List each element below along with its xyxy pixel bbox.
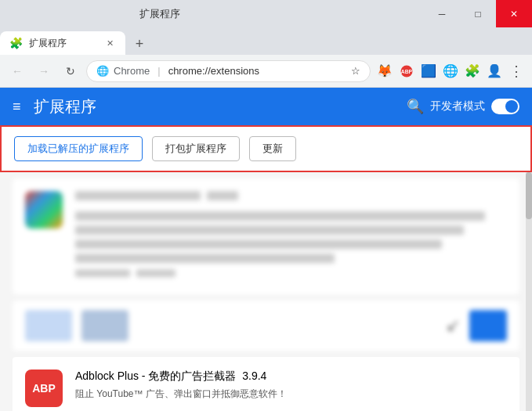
- title-bar-label: 扩展程序: [139, 7, 180, 21]
- update-button[interactable]: 更新: [249, 136, 296, 161]
- ext-icon-1[interactable]: 🦊: [375, 62, 394, 81]
- blue-block: [469, 310, 507, 341]
- url-bar[interactable]: 🌐 Chrome | chrome://extensions ☆: [86, 60, 371, 82]
- ext-desc-blur-4: [75, 254, 335, 263]
- active-tab[interactable]: 🧩 扩展程序 ✕: [0, 31, 125, 55]
- ext-badge-blur: [207, 191, 238, 200]
- close-button[interactable]: ✕: [496, 0, 532, 27]
- forward-button[interactable]: →: [33, 60, 55, 82]
- hamburger-menu-icon[interactable]: ≡: [13, 99, 21, 115]
- tab-icon: 🧩: [9, 37, 23, 49]
- secure-indicator: 🌐: [96, 65, 109, 77]
- ext-action-blur-1: [75, 269, 130, 277]
- load-unpacked-button[interactable]: 加载已解压的扩展程序: [14, 136, 143, 161]
- extension-card-1: [13, 178, 519, 294]
- ext-desc-blur-1: [75, 211, 485, 221]
- maximize-button[interactable]: □: [460, 0, 496, 27]
- scrollbar[interactable]: [526, 172, 532, 411]
- tab-title: 扩展程序: [29, 37, 97, 50]
- url-text: chrome://extensions: [168, 65, 346, 77]
- abp-icon: ABP: [25, 370, 63, 407]
- profile-icon[interactable]: 👤: [485, 62, 504, 81]
- tab-close-button[interactable]: ✕: [103, 37, 116, 49]
- abp-description: 阻止 YouTube™ 广告、弹出窗口并抵御恶意软件！: [75, 387, 507, 401]
- refresh-button[interactable]: ↻: [60, 60, 81, 82]
- search-icon[interactable]: 🔍: [407, 98, 424, 115]
- back-button[interactable]: ←: [6, 60, 28, 82]
- dev-mode-toggle[interactable]: [491, 99, 519, 114]
- arrow-icon: ↙: [446, 315, 460, 336]
- action-bar: 加载已解压的扩展程序 打包扩展程序 更新: [0, 125, 532, 172]
- toggle-knob: [505, 100, 518, 113]
- pack-extension-button[interactable]: 打包扩展程序: [152, 136, 240, 161]
- scrollbar-thumb[interactable]: [526, 172, 532, 219]
- window-controls: ─ □ ✕: [424, 0, 532, 27]
- dev-mode-section: 🔍 开发者模式: [407, 98, 519, 115]
- small-icon-1: [25, 310, 72, 341]
- extensions-content: ↙ ABP Adblock Plus - 免费的广告拦截器 3.9.4 阻止 Y…: [0, 172, 532, 411]
- ext-icon-3[interactable]: 🟦: [419, 62, 438, 81]
- toolbar-icons: 🦊 ABP 🟦 🌐 🧩 👤 ⋮: [375, 62, 526, 81]
- chrome-label: Chrome: [114, 65, 150, 77]
- extension-card-2: ↙: [13, 301, 519, 351]
- ext-name-blur: [75, 191, 201, 200]
- ext-desc-blur-3: [75, 240, 442, 249]
- dev-mode-label: 开发者模式: [430, 99, 485, 114]
- ext-action-blur-2: [136, 269, 176, 277]
- ext-icon-2[interactable]: ABP: [397, 62, 416, 81]
- ext-desc-blur-2: [75, 225, 464, 235]
- svg-text:ABP: ABP: [401, 68, 413, 74]
- extension-page-header: ≡ 扩展程序 🔍 开发者模式: [0, 88, 532, 125]
- new-tab-button[interactable]: +: [128, 33, 150, 55]
- extensions-icon[interactable]: 🧩: [463, 62, 482, 81]
- small-icon-2: [81, 310, 128, 341]
- ext-icon-4[interactable]: 🌐: [441, 62, 460, 81]
- page-title: 扩展程序: [34, 96, 394, 117]
- menu-icon[interactable]: ⋮: [507, 62, 526, 81]
- address-bar: ← → ↻ 🌐 Chrome | chrome://extensions ☆ 🦊…: [0, 55, 532, 88]
- tab-bar: 🧩 扩展程序 ✕ +: [0, 27, 532, 55]
- ext-icon-blurred-1: [25, 191, 63, 229]
- abp-info: Adblock Plus - 免费的广告拦截器 3.9.4 阻止 YouTube…: [75, 370, 507, 401]
- title-bar: 扩展程序 ─ □ ✕: [0, 0, 532, 27]
- minimize-button[interactable]: ─: [424, 0, 460, 27]
- bookmark-icon[interactable]: ☆: [351, 65, 360, 77]
- abp-name: Adblock Plus - 免费的广告拦截器 3.9.4: [75, 370, 507, 384]
- ext-info-1: [75, 191, 507, 282]
- abp-extension-card: ABP Adblock Plus - 免费的广告拦截器 3.9.4 阻止 You…: [13, 357, 519, 411]
